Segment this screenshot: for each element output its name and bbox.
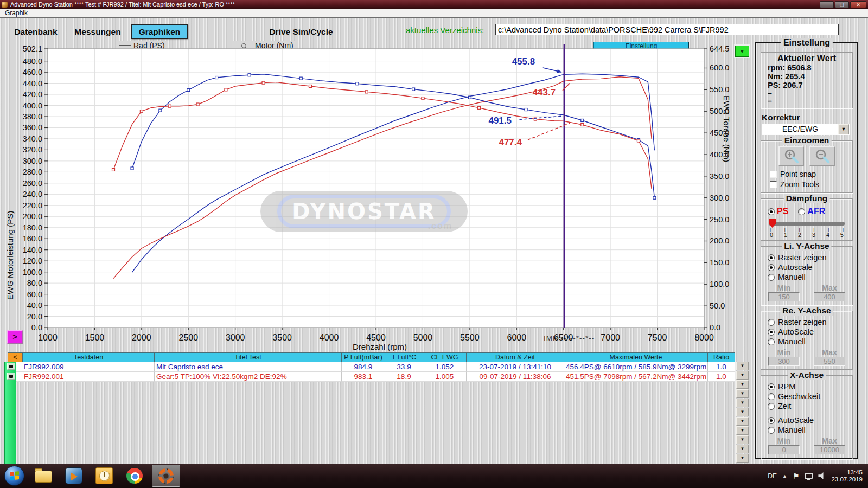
korrektur-dropdown[interactable]: EEC/EWG ▼ bbox=[762, 124, 850, 135]
line-marker-icon bbox=[235, 46, 239, 46]
col-header-p-luft[interactable]: P Luft(mBar) bbox=[342, 352, 385, 362]
row-select-button[interactable] bbox=[7, 363, 15, 370]
left-autoscale-radio[interactable] bbox=[768, 264, 775, 271]
row-select-button[interactable] bbox=[7, 373, 15, 380]
scroll-left-button[interactable]: > bbox=[7, 330, 23, 344]
zoom-in-button[interactable] bbox=[778, 146, 804, 166]
x-min-input[interactable]: 0 bbox=[768, 445, 800, 454]
cell-max-werte: 456.4PS@ 6610rpm / 585.9Nm@ 3299rpm bbox=[564, 362, 708, 372]
taskbar-clock[interactable]: 13:45 23.07.2019 bbox=[831, 469, 866, 483]
network-icon[interactable] bbox=[805, 473, 813, 479]
left-min-input[interactable]: 150 bbox=[768, 292, 800, 301]
left-max-input[interactable]: 400 bbox=[814, 292, 845, 301]
row-dropdown-button[interactable]: ▼ bbox=[736, 362, 749, 370]
row-dropdown-button[interactable]: ▼ bbox=[736, 399, 749, 407]
right-min-input[interactable]: 300 bbox=[768, 357, 800, 366]
zoom-tools-checkbox[interactable] bbox=[770, 181, 777, 188]
left-raster-radio[interactable] bbox=[768, 254, 775, 261]
x-speed-radio[interactable] bbox=[768, 393, 775, 400]
left-axis-tick-label: 0.0 bbox=[31, 323, 42, 332]
col-header-datum-zeit[interactable]: Datum & Zeit bbox=[467, 352, 564, 362]
zoom-out-button[interactable] bbox=[809, 146, 835, 166]
row-dropdown-button[interactable]: ▼ bbox=[736, 408, 749, 416]
col-header-testdaten[interactable]: Testdaten bbox=[23, 352, 155, 362]
dyno-app-taskbar-button[interactable] bbox=[152, 465, 180, 487]
chevron-down-icon[interactable]: ▼ bbox=[838, 124, 849, 134]
media-player-taskbar-icon[interactable] bbox=[65, 467, 82, 484]
start-button[interactable] bbox=[4, 466, 24, 486]
damping-afr-radio[interactable] bbox=[798, 208, 805, 215]
window-title: Advanced Dyno Station **** Test # FJR992… bbox=[10, 1, 235, 8]
x-manuell-radio[interactable] bbox=[768, 427, 775, 434]
left-axis-tick-label: 140.0 bbox=[23, 246, 42, 254]
daempfung-group: Dämpfung PS AFR |||||| 012345 bbox=[761, 198, 853, 241]
slider-tick: | bbox=[784, 227, 786, 232]
korrektur-label: Korrektur bbox=[762, 113, 857, 123]
current-directory-input[interactable] bbox=[495, 24, 839, 35]
cursor-value-annotation: 455.8 bbox=[512, 56, 535, 67]
left-manuell-radio[interactable] bbox=[768, 274, 775, 281]
tab-graphiken[interactable]: Graphiken bbox=[131, 24, 188, 39]
chart-dropdown-button[interactable]: ▼ bbox=[735, 46, 749, 57]
damping-slider[interactable] bbox=[769, 222, 845, 226]
row-dropdown-button[interactable]: ▼ bbox=[736, 389, 749, 398]
x-rpm-radio[interactable] bbox=[768, 383, 775, 390]
right-max-input[interactable]: 550 bbox=[814, 357, 845, 366]
settings-sidebar: Einstellung Aktueller Wert rpm: 6506.8 N… bbox=[755, 42, 858, 459]
row-dropdown-button[interactable]: ▼ bbox=[736, 454, 749, 463]
speaker-icon[interactable] bbox=[818, 472, 826, 479]
right-axis-tick-label: 450.0 bbox=[710, 129, 729, 137]
outlook-taskbar-icon[interactable] bbox=[95, 467, 113, 484]
slider-tick: | bbox=[799, 227, 800, 232]
point-snap-checkbox[interactable] bbox=[770, 171, 777, 178]
min-label: Min bbox=[768, 284, 800, 292]
left-axis-tick-label: 340.0 bbox=[23, 134, 42, 143]
sidebar-title: Einstellung bbox=[781, 38, 833, 48]
table-row[interactable]: FJR992.009 Mit Capristo esd ece 984.9 33… bbox=[16, 362, 735, 372]
minimize-button[interactable]: – bbox=[820, 1, 834, 8]
right-manuell-radio[interactable] bbox=[768, 338, 775, 345]
row-dropdown-button[interactable]: ▼ bbox=[736, 435, 749, 444]
damping-ps-radio[interactable] bbox=[768, 208, 775, 215]
tab-messungen[interactable]: Messungen bbox=[69, 24, 126, 39]
row-dropdown-button[interactable]: ▼ bbox=[736, 417, 749, 426]
right-axis-tick-label: 200.0 bbox=[710, 236, 729, 245]
close-button[interactable]: ✕ bbox=[850, 1, 866, 8]
table-back-button[interactable]: < bbox=[8, 352, 23, 362]
row-dropdown-button[interactable]: ▼ bbox=[736, 380, 749, 389]
x-axis-tick-label: 2500 bbox=[178, 333, 198, 342]
x-time-radio[interactable] bbox=[768, 403, 775, 410]
row-dropdown-button[interactable]: ▼ bbox=[736, 426, 749, 435]
row-dropdown-button[interactable]: ▼ bbox=[736, 445, 749, 453]
x-autoscale-radio[interactable] bbox=[768, 417, 775, 424]
circle-marker-icon bbox=[241, 43, 246, 48]
cell-ratio: 1.0 bbox=[708, 362, 735, 372]
tab-drive-sim-cycle[interactable]: Drive Sim/Cycle bbox=[263, 24, 340, 39]
col-header-cf-ewg[interactable]: CF EWG bbox=[423, 352, 467, 362]
left-axis-tick-label: 160.0 bbox=[23, 234, 42, 243]
right-raster-radio[interactable] bbox=[768, 319, 775, 326]
x-max-input[interactable]: 10000 bbox=[814, 445, 845, 454]
row-dropdown-button[interactable]: ▼ bbox=[736, 371, 749, 380]
col-header-ratio[interactable]: Ratio bbox=[708, 352, 735, 362]
right-raster-label: Raster zeigen bbox=[778, 318, 826, 326]
language-indicator[interactable]: DE bbox=[768, 472, 777, 480]
col-header-titel-test[interactable]: Titel Test bbox=[155, 352, 342, 362]
current-rpm: rpm: 6506.8 bbox=[761, 63, 852, 72]
cell-testdaten: FJR992.009 bbox=[16, 362, 155, 372]
tab-datenbank[interactable]: Datenbank bbox=[10, 24, 62, 39]
table-row[interactable]: FJR992.001 Gear:5 TP:100% VI:22.50kgm2 D… bbox=[16, 372, 735, 382]
dyno-plot[interactable]: 502.1480.0460.0440.0420.0400.0380.0360.0… bbox=[48, 49, 704, 328]
maximize-button[interactable]: ❐ bbox=[835, 1, 849, 8]
slider-tick-label: 3 bbox=[812, 232, 815, 238]
right-autoscale-radio[interactable] bbox=[768, 329, 775, 336]
col-header-t-luft[interactable]: T Luft°C bbox=[385, 352, 423, 362]
explorer-taskbar-icon[interactable] bbox=[35, 467, 52, 484]
chrome-taskbar-icon[interactable] bbox=[126, 467, 143, 484]
tray-expand-icon[interactable]: ▲ bbox=[782, 473, 787, 479]
col-header-max-werte[interactable]: Maximalen Werte bbox=[564, 352, 708, 362]
right-y-axis-group: Re. Y-Achse Raster zeigen AutoScale Manu… bbox=[761, 311, 853, 370]
menu-graphik[interactable]: Graphik bbox=[0, 9, 33, 17]
action-center-flag-icon[interactable]: ⚑ bbox=[793, 472, 800, 480]
cell-testdaten: FJR992.001 bbox=[16, 372, 155, 382]
